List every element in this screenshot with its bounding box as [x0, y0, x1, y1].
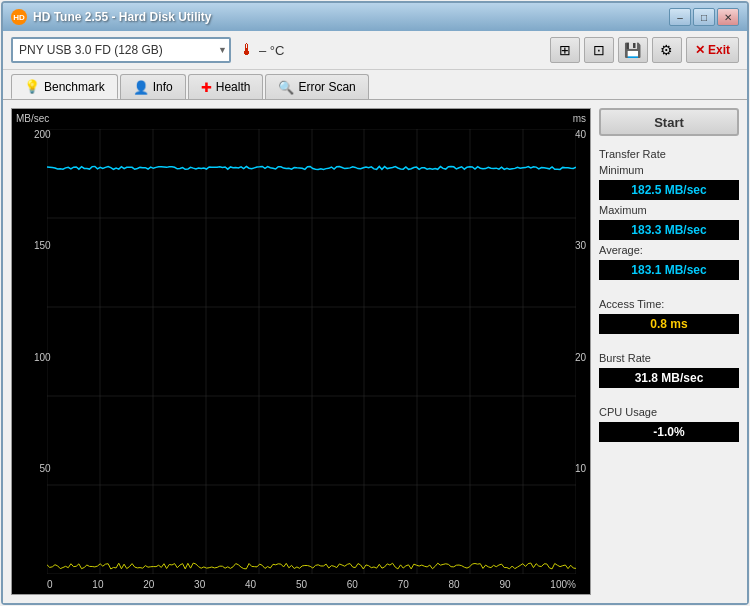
copy-icon-1: ⊞: [559, 42, 571, 58]
maximize-button[interactable]: □: [693, 8, 715, 26]
x-100: 100%: [550, 579, 576, 590]
maximum-label: Maximum: [599, 204, 739, 216]
minimum-value: 182.5 MB/sec: [599, 180, 739, 200]
start-button[interactable]: Start: [599, 108, 739, 136]
x-30: 30: [194, 579, 205, 590]
burst-rate-value: 31.8 MB/sec: [599, 368, 739, 388]
chart-canvas: [47, 129, 576, 574]
tab-error-scan-label: Error Scan: [298, 80, 355, 94]
main-content: MB/sec ms 200 150 100 50 40 30 20 10: [3, 100, 747, 603]
tab-health[interactable]: ✚ Health: [188, 74, 264, 99]
toolbar-actions: ⊞ ⊡ 💾 ⚙ ✕ Exit: [550, 37, 739, 63]
main-window: HD HD Tune 2.55 - Hard Disk Utility – □ …: [1, 1, 749, 605]
exit-label: Exit: [708, 43, 730, 57]
error-scan-icon: 🔍: [278, 80, 294, 95]
burst-rate-section: Burst Rate 31.8 MB/sec: [599, 352, 739, 388]
drive-selector[interactable]: PNY USB 3.0 FD (128 GB): [11, 37, 231, 63]
access-time-label: Access Time:: [599, 298, 739, 310]
maximum-value: 183.3 MB/sec: [599, 220, 739, 240]
divider-1: [599, 286, 739, 292]
burst-rate-label: Burst Rate: [599, 352, 739, 364]
tab-benchmark[interactable]: 💡 Benchmark: [11, 74, 118, 99]
exit-x-icon: ✕: [695, 43, 705, 57]
temperature-display: 🌡 – °C: [239, 41, 284, 59]
y-right-30: 30: [575, 240, 586, 251]
x-80: 80: [449, 579, 460, 590]
y-right-10: 10: [575, 463, 586, 474]
cpu-usage-section: CPU Usage -1.0%: [599, 406, 739, 442]
y-right-40: 40: [575, 129, 586, 140]
y-axis-right: 40 30 20 10: [575, 129, 586, 574]
tab-benchmark-label: Benchmark: [44, 80, 105, 94]
x-axis: 0 10 20 30 40 50 60 70 80 90 100%: [47, 579, 576, 590]
x-40: 40: [245, 579, 256, 590]
tab-info[interactable]: 👤 Info: [120, 74, 186, 99]
y-right-label: ms: [573, 113, 586, 124]
x-90: 90: [499, 579, 510, 590]
x-20: 20: [143, 579, 154, 590]
minimize-button[interactable]: –: [669, 8, 691, 26]
info-icon: 👤: [133, 80, 149, 95]
toolbar: PNY USB 3.0 FD (128 GB) 🌡 – °C ⊞ ⊡ 💾 ⚙ ✕…: [3, 31, 747, 70]
copy-btn-2[interactable]: ⊡: [584, 37, 614, 63]
close-button[interactable]: ✕: [717, 8, 739, 26]
x-0: 0: [47, 579, 53, 590]
divider-2: [599, 340, 739, 346]
window-title: HD Tune 2.55 - Hard Disk Utility: [33, 10, 669, 24]
transfer-rate-label: Transfer Rate: [599, 148, 739, 160]
x-10: 10: [92, 579, 103, 590]
save-btn[interactable]: 💾: [618, 37, 648, 63]
x-50: 50: [296, 579, 307, 590]
y-right-20: 20: [575, 352, 586, 363]
cpu-usage-value: -1.0%: [599, 422, 739, 442]
title-bar: HD HD Tune 2.55 - Hard Disk Utility – □ …: [3, 3, 747, 31]
tab-error-scan[interactable]: 🔍 Error Scan: [265, 74, 368, 99]
thermometer-icon: 🌡: [239, 41, 255, 59]
right-panel: Start Transfer Rate Minimum 182.5 MB/sec…: [599, 108, 739, 595]
transfer-rate-section: Transfer Rate Minimum 182.5 MB/sec Maxim…: [599, 148, 739, 280]
settings-icon: ⚙: [660, 42, 673, 58]
x-60: 60: [347, 579, 358, 590]
tab-bar: 💡 Benchmark 👤 Info ✚ Health 🔍 Error Scan: [3, 70, 747, 100]
x-70: 70: [398, 579, 409, 590]
divider-3: [599, 394, 739, 400]
exit-button[interactable]: ✕ Exit: [686, 37, 739, 63]
app-icon: HD: [11, 9, 27, 25]
tab-health-label: Health: [216, 80, 251, 94]
access-time-value: 0.8 ms: [599, 314, 739, 334]
benchmark-icon: 💡: [24, 79, 40, 94]
y-left-label: MB/sec: [16, 113, 49, 124]
cpu-usage-label: CPU Usage: [599, 406, 739, 418]
settings-btn[interactable]: ⚙: [652, 37, 682, 63]
benchmark-chart: MB/sec ms 200 150 100 50 40 30 20 10: [11, 108, 591, 595]
copy-icon-2: ⊡: [593, 42, 605, 58]
average-label: Average:: [599, 244, 739, 256]
access-time-section: Access Time: 0.8 ms: [599, 298, 739, 334]
minimum-label: Minimum: [599, 164, 739, 176]
temperature-value: – °C: [259, 43, 284, 58]
copy-btn-1[interactable]: ⊞: [550, 37, 580, 63]
save-icon: 💾: [624, 42, 641, 58]
drive-selector-wrapper: PNY USB 3.0 FD (128 GB): [11, 37, 231, 63]
health-icon: ✚: [201, 80, 212, 95]
window-controls: – □ ✕: [669, 8, 739, 26]
tab-info-label: Info: [153, 80, 173, 94]
average-value: 183.1 MB/sec: [599, 260, 739, 280]
